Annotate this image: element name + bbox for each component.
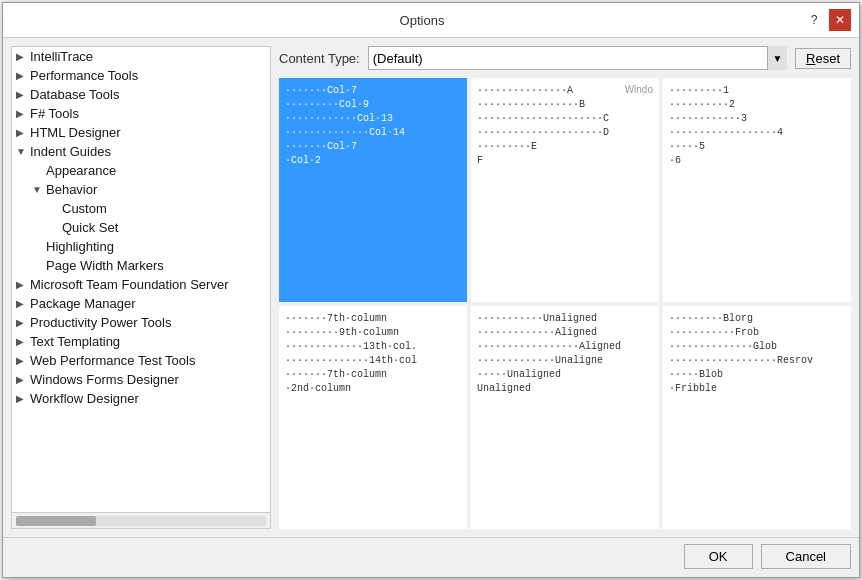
preview-grid: ·······Col·7·········Col·9············Co… [279, 78, 851, 529]
tree-label-text-templating: Text Templating [30, 334, 266, 349]
tree-label-database-tools: Database Tools [30, 87, 266, 102]
tree-label-quick-set: Quick Set [62, 220, 266, 235]
tree-item-behavior[interactable]: ▼Behavior [12, 180, 270, 199]
tree-item-productivity-power-tools[interactable]: ▶Productivity Power Tools [12, 313, 270, 332]
right-panel: Content Type: (Default)CSharpHTMLJavaScr… [279, 46, 851, 529]
tree-arrow-html-designer: ▶ [16, 127, 30, 138]
tree-arrow-behavior: ▼ [32, 184, 46, 195]
tree-item-appearance[interactable]: Appearance [12, 161, 270, 180]
tree-container[interactable]: ▶IntelliTrace▶Performance Tools▶Database… [12, 47, 270, 512]
tree-item-winforms[interactable]: ▶Windows Forms Designer [12, 370, 270, 389]
cancel-button[interactable]: Cancel [761, 544, 851, 569]
content-type-label: Content Type: [279, 51, 360, 66]
preview-cell-cell-2[interactable]: Windo···············A·················B·… [471, 78, 659, 302]
tree-item-package-manager[interactable]: ▶Package Manager [12, 294, 270, 313]
tree-label-intellitrace: IntelliTrace [30, 49, 266, 64]
preview-canvas-cell-1: ·······Col·7·········Col·9············Co… [281, 80, 465, 300]
tree-label-ms-team: Microsoft Team Foundation Server [30, 277, 266, 292]
tree-item-fsharp-tools[interactable]: ▶F# Tools [12, 104, 270, 123]
scrollbar-thumb [16, 516, 96, 526]
preview-canvas-cell-5: ···········Unaligned·············Aligned… [473, 308, 657, 528]
preview-cell-cell-4[interactable]: ·······7th·column·········9th·column····… [279, 306, 467, 530]
preview-canvas-cell-3: ·········1··········2············3······… [665, 80, 849, 300]
content-type-select-wrapper: (Default)CSharpHTMLJavaScriptXAMLXML ▼ [368, 46, 787, 70]
tree-label-productivity-power-tools: Productivity Power Tools [30, 315, 266, 330]
tree-arrow-indent-guides: ▼ [16, 146, 30, 157]
dialog-footer: OK Cancel [3, 537, 859, 577]
tree-item-intellitrace[interactable]: ▶IntelliTrace [12, 47, 270, 66]
tree-arrow-web-perf: ▶ [16, 355, 30, 366]
tree-item-workflow[interactable]: ▶Workflow Designer [12, 389, 270, 408]
tree-arrow-intellitrace: ▶ [16, 51, 30, 62]
tree-label-html-designer: HTML Designer [30, 125, 266, 140]
tree-label-performance-tools: Performance Tools [30, 68, 266, 83]
tree-item-page-width-markers[interactable]: Page Width Markers [12, 256, 270, 275]
options-dialog: Options ? ✕ ▶IntelliTrace▶Performance To… [2, 2, 860, 578]
tree-arrow-winforms: ▶ [16, 374, 30, 385]
preview-cell-cell-3[interactable]: ·········1··········2············3······… [663, 78, 851, 302]
tree-arrow-fsharp-tools: ▶ [16, 108, 30, 119]
title-bar: Options ? ✕ [3, 3, 859, 38]
close-button[interactable]: ✕ [829, 9, 851, 31]
tree-arrow-workflow: ▶ [16, 393, 30, 404]
tree-arrow-database-tools: ▶ [16, 89, 30, 100]
tree-label-workflow: Workflow Designer [30, 391, 266, 406]
dialog-title: Options [41, 13, 803, 28]
tree-item-custom[interactable]: Custom [12, 199, 270, 218]
tree-item-highlighting[interactable]: Highlighting [12, 237, 270, 256]
tree-item-text-templating[interactable]: ▶Text Templating [12, 332, 270, 351]
tree-arrow-productivity-power-tools: ▶ [16, 317, 30, 328]
tree-arrow-text-templating: ▶ [16, 336, 30, 347]
preview-cell-cell-1[interactable]: ·······Col·7·········Col·9············Co… [279, 78, 467, 302]
tree-label-indent-guides: Indent Guides [30, 144, 266, 159]
left-panel: ▶IntelliTrace▶Performance Tools▶Database… [11, 46, 271, 529]
tree-item-quick-set[interactable]: Quick Set [12, 218, 270, 237]
window-tab-cell-2: Windo [625, 84, 653, 95]
content-type-select[interactable]: (Default)CSharpHTMLJavaScriptXAMLXML [368, 46, 787, 70]
preview-canvas-cell-6: ·········Blorg···········Frob···········… [665, 308, 849, 528]
preview-cell-cell-5[interactable]: ···········Unaligned·············Aligned… [471, 306, 659, 530]
tree-label-package-manager: Package Manager [30, 296, 266, 311]
preview-canvas-cell-4: ·······7th·column·········9th·column····… [281, 308, 465, 528]
tree-label-appearance: Appearance [46, 163, 266, 178]
scrollbar-track [16, 516, 266, 526]
title-buttons: ? ✕ [803, 9, 851, 31]
tree-label-custom: Custom [62, 201, 266, 216]
help-button[interactable]: ? [803, 9, 825, 31]
tree-label-web-perf: Web Performance Test Tools [30, 353, 266, 368]
tree-label-highlighting: Highlighting [46, 239, 266, 254]
tree-item-html-designer[interactable]: ▶HTML Designer [12, 123, 270, 142]
tree-arrow-ms-team: ▶ [16, 279, 30, 290]
preview-cell-cell-6[interactable]: ·········Blorg···········Frob···········… [663, 306, 851, 530]
tree-item-database-tools[interactable]: ▶Database Tools [12, 85, 270, 104]
tree-item-web-perf[interactable]: ▶Web Performance Test Tools [12, 351, 270, 370]
tree-item-indent-guides[interactable]: ▼Indent Guides [12, 142, 270, 161]
tree-label-winforms: Windows Forms Designer [30, 372, 266, 387]
tree-label-fsharp-tools: F# Tools [30, 106, 266, 121]
dialog-body: ▶IntelliTrace▶Performance Tools▶Database… [3, 38, 859, 537]
preview-canvas-cell-2: ···············A·················B······… [473, 80, 657, 300]
tree-arrow-package-manager: ▶ [16, 298, 30, 309]
tree-item-performance-tools[interactable]: ▶Performance Tools [12, 66, 270, 85]
tree-arrow-performance-tools: ▶ [16, 70, 30, 81]
tree-label-page-width-markers: Page Width Markers [46, 258, 266, 273]
ok-button[interactable]: OK [684, 544, 753, 569]
horizontal-scrollbar[interactable] [12, 512, 270, 528]
content-type-row: Content Type: (Default)CSharpHTMLJavaScr… [279, 46, 851, 70]
tree-label-behavior: Behavior [46, 182, 266, 197]
reset-button[interactable]: Reset [795, 48, 851, 69]
tree-item-ms-team[interactable]: ▶Microsoft Team Foundation Server [12, 275, 270, 294]
